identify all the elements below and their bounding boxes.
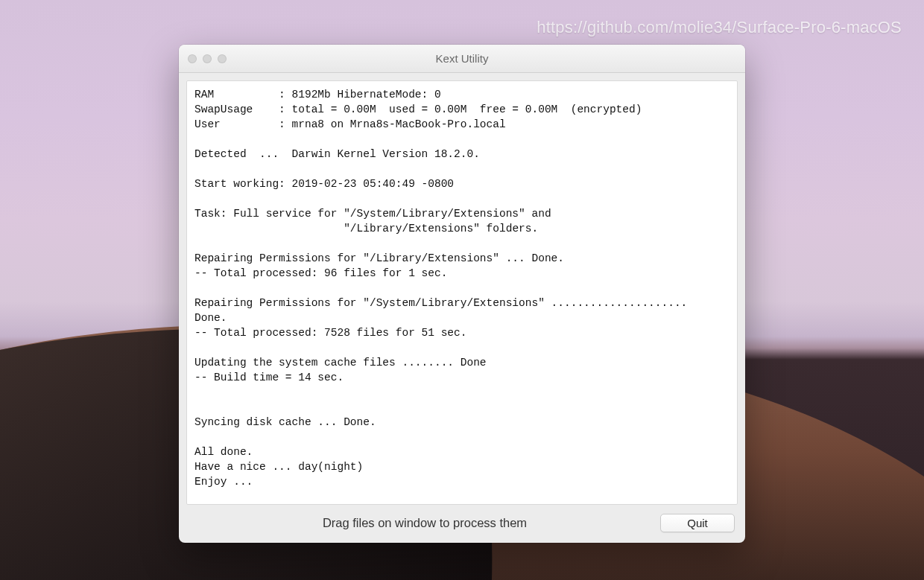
minimize-icon[interactable] bbox=[203, 54, 212, 63]
zoom-icon[interactable] bbox=[218, 54, 227, 63]
window-titlebar[interactable]: Kext Utility bbox=[179, 45, 745, 73]
source-url-watermark: https://github.com/molie34/Surface-Pro-6… bbox=[537, 18, 902, 37]
window-footer: Drag files on window to process them Qui… bbox=[179, 508, 745, 543]
kext-utility-window: Kext Utility RAM : 8192Mb HibernateMode:… bbox=[179, 45, 745, 543]
close-icon[interactable] bbox=[188, 54, 197, 63]
window-title: Kext Utility bbox=[436, 52, 489, 65]
window-controls bbox=[188, 54, 227, 63]
footer-hint: Drag files on window to process them bbox=[189, 516, 660, 530]
quit-button[interactable]: Quit bbox=[660, 514, 735, 532]
console-output[interactable]: RAM : 8192Mb HibernateMode: 0 SwapUsage … bbox=[186, 80, 738, 505]
